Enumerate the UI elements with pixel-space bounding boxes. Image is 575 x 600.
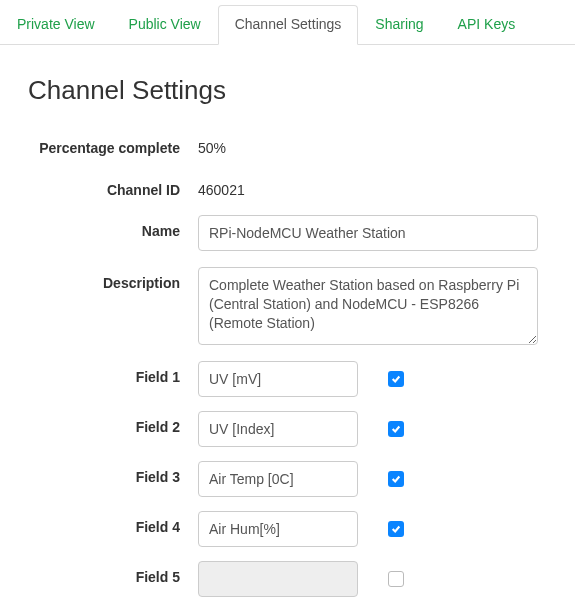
field1-label: Field 1 (28, 361, 198, 387)
field4-label: Field 4 (28, 511, 198, 537)
field5-label: Field 5 (28, 561, 198, 587)
channel-id-label: Channel ID (28, 174, 198, 200)
check-icon (391, 424, 401, 434)
page-title: Channel Settings (28, 75, 555, 106)
field3-label: Field 3 (28, 461, 198, 487)
field4-checkbox[interactable] (388, 521, 404, 537)
check-icon (391, 374, 401, 384)
field5-input[interactable] (198, 561, 358, 597)
name-label: Name (28, 215, 198, 241)
description-textarea[interactable] (198, 267, 538, 345)
percentage-complete-label: Percentage complete (28, 132, 198, 158)
tab-api-keys[interactable]: API Keys (441, 5, 533, 45)
content-area: Channel Settings Percentage complete 50%… (0, 45, 575, 600)
check-icon (391, 524, 401, 534)
field2-checkbox[interactable] (388, 421, 404, 437)
tab-private-view[interactable]: Private View (0, 5, 112, 45)
field1-input[interactable] (198, 361, 358, 397)
tab-bar: Private View Public View Channel Setting… (0, 4, 575, 45)
tab-public-view[interactable]: Public View (112, 5, 218, 45)
field4-input[interactable] (198, 511, 358, 547)
field1-checkbox[interactable] (388, 371, 404, 387)
field3-checkbox[interactable] (388, 471, 404, 487)
tab-channel-settings[interactable]: Channel Settings (218, 5, 359, 45)
description-label: Description (28, 267, 198, 293)
field2-input[interactable] (198, 411, 358, 447)
channel-id-value: 460021 (198, 174, 245, 198)
field2-label: Field 2 (28, 411, 198, 437)
check-icon (391, 474, 401, 484)
field3-input[interactable] (198, 461, 358, 497)
field5-checkbox[interactable] (388, 571, 404, 587)
percentage-complete-value: 50% (198, 132, 226, 156)
tab-sharing[interactable]: Sharing (358, 5, 440, 45)
name-input[interactable] (198, 215, 538, 251)
